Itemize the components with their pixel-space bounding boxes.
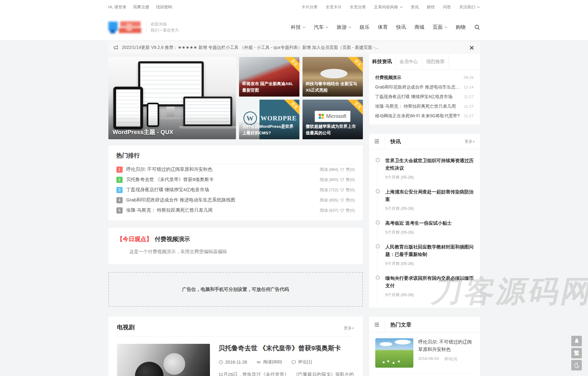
moon-icon — [574, 362, 580, 368]
tab[interactable]: 会员中心 — [396, 54, 422, 69]
tab-article-row[interactable]: 丁磊现身夜店打碟 继续押宝4亿电音市场 11-27 — [375, 92, 474, 102]
featured-card[interactable]: W WORDPRE 置顶 为什么说WordPress是世界上最好的CMS? — [239, 100, 299, 139]
more-link[interactable]: 更多» — [344, 325, 354, 331]
card-title: 即将发布 国产全新奥迪A6L最新官图 — [239, 78, 299, 97]
featured-card[interactable]: 置顶 即将发布 国产全新奥迪A6L最新官图 — [239, 57, 299, 97]
article-item: 贝托鲁奇去世 《末代皇帝》曾获9项奥斯卡 2018-11-26 阅读(800) — [117, 344, 354, 376]
more-link[interactable]: 更多» — [464, 139, 475, 144]
topbar-link-label: 问答 — [443, 4, 451, 10]
article-excerpt: 11月26日，曾执导过《末代皇帝》、《巴黎最后的探戈》等影片的意大利著名导演贝纳… — [219, 370, 354, 376]
chevron-down-icon — [325, 26, 329, 28]
like-count: 赞(0) — [346, 208, 355, 213]
topbar-link[interactable]: 全宽卡片 — [326, 4, 342, 10]
ranking-row[interactable]: 1 呼伦贝尔: 不可错过的辽阔草原和兴安秋色 阅读 (864) 赞(0) — [116, 164, 355, 175]
featured-card[interactable]: Microsoft 置顶 微软超越苹果成为世界上市值最高的公司 — [303, 100, 363, 139]
topbar-link[interactable]: 卡片分类 — [302, 4, 318, 10]
ranking-row[interactable]: 4 Grab和印尼政府达成合作 推进电动车生态系统路线图 阅读 (655) 赞(… — [116, 195, 355, 205]
ad-placeholder[interactable]: 广告位，电脑和手机可分别设置，可放任何广告代码 — [108, 272, 363, 307]
tab-article-row[interactable]: 埃隆·马斯克： 特斯拉距离死亡曾只差几周 11-27 — [375, 102, 474, 111]
article-title[interactable]: 贝托鲁奇去世 《末代皇帝》曾获9项奥斯卡 — [219, 344, 354, 352]
ranking-row[interactable]: 3 丁磊现身夜店打碟 继续押宝4亿电音市场 阅读 (722) 赞(0) — [116, 185, 355, 195]
card-title: 科技与奢华相结合 全新宝马X5正式亮相 — [303, 78, 363, 97]
hamburger-icon[interactable] — [369, 317, 385, 332]
flash-news-item[interactable]: 世界卫生大会就世卫组织可持续筹资通过历史性决议 5个月前 (05-26) — [375, 157, 474, 180]
topbar-link[interactable]: 资讯 — [411, 4, 419, 10]
topbar-link[interactable]: 我要注册 — [133, 4, 149, 10]
tab-article-title: 丁磊现身夜店打碟 继续押宝4亿电音市场 — [375, 94, 460, 100]
nav-item-label: 体育 — [378, 24, 388, 31]
topbar-link-label: 资讯 — [411, 4, 419, 10]
nav-item[interactable]: 商城 — [415, 24, 425, 31]
topbar-link[interactable]: 文章内容风格 — [374, 4, 403, 10]
today-view-title[interactable]: 【今日观点】付费视频演示 — [117, 235, 354, 243]
article-thumbnail[interactable] — [117, 344, 210, 376]
qq-icon — [574, 338, 580, 344]
card-title: 为什么说WordPress是世界上最好的CMS? — [239, 121, 299, 139]
nav-item[interactable]: 快讯 — [396, 24, 406, 31]
article-thumbnail — [375, 338, 413, 368]
ranking-title: 呼伦贝尔: 不可错过的辽阔草原和兴安秋色 — [126, 166, 320, 172]
article-comments: 评论(1) — [291, 359, 312, 365]
qq-contact-button[interactable] — [571, 336, 582, 346]
announcement-text[interactable]: 2022/1/14更新 V9.2.6 推荐：★★★★★ 新增 专题边栏小工具 （… — [122, 45, 468, 50]
nav-item[interactable]: 旅游 — [337, 24, 351, 31]
slider-caption[interactable]: WordPress主题 - QUX — [113, 128, 173, 136]
ranking-meta: 阅读 (655) 赞(0) — [320, 197, 355, 203]
rank-badge: 4 — [116, 197, 123, 203]
featured-cards: 置顶 即将发布 国产全新奥迪A6L最新官图 置顶 科技与奢华相结合 全新宝马X5… — [239, 57, 363, 139]
like-count: 赞(0) — [346, 197, 355, 203]
tab-article-row[interactable]: 付费视频演示 08-25 — [375, 73, 474, 82]
topbar-link[interactable]: Hi, 请登录 — [108, 4, 127, 10]
chevron-down-icon — [348, 26, 351, 28]
hot-article-comments: 评论(3) — [444, 356, 457, 362]
flash-news-time: 5个月前 (05-26) — [385, 230, 474, 235]
site-header: 欢迎光临 我们一直在努力 科技 汽车 旅游 — [0, 14, 588, 41]
ranking-title: 贝托鲁奇去世 《末代皇帝》曾获9项奥斯卡 — [126, 177, 320, 183]
nav-item[interactable]: 购物 — [456, 24, 466, 31]
topbar-link-label: 全宽分类 — [350, 4, 366, 10]
topbar-link[interactable]: 全宽分类 — [350, 4, 366, 10]
tab-article-row[interactable]: Grab和印尼政府达成合作 推进电动车生态系统路线图 12-14 — [375, 82, 474, 92]
nav-item[interactable]: 科技 — [291, 24, 306, 31]
ranking-title: 埃隆·马斯克： 特斯拉距离死亡曾只差几周 — [126, 207, 320, 213]
topbar-link[interactable]: 关注我们 — [459, 4, 480, 10]
topbar-link[interactable]: 找回密码 — [156, 4, 172, 10]
tab-article-date: 11-27 — [464, 95, 473, 99]
tab-article-title: Grab和印尼政府达成合作 推进电动车生态系统路线图 — [375, 84, 460, 90]
nav-item[interactable]: 体育 — [378, 24, 388, 31]
nav-item[interactable]: 汽车 — [314, 24, 329, 31]
ranking-list: 1 呼伦贝尔: 不可错过的辽阔草原和兴安秋色 阅读 (864) 赞(0) 2 贝… — [116, 164, 355, 215]
timeline-dot-icon — [376, 158, 380, 162]
hot-article-item[interactable]: 呼伦贝尔: 不可错过的辽阔草原和兴安秋色 2018-08-03 评论(3) — [375, 333, 474, 374]
nav-item-label: 商城 — [415, 24, 425, 31]
flash-news-box: 快讯 更多» 世界卫生大会就世卫组织可持续筹资通过历史性决议 5个月前 (05-… — [369, 134, 480, 308]
flash-news-item[interactable]: 上海浦东公安分局查处一起妨害传染病防治案 5个月前 (05-26) — [375, 188, 474, 211]
ranking-meta: 阅读 (637) 赞(0) — [320, 208, 355, 213]
tab-article-row[interactable]: 移动网络正在杀死Wi-Fi 未来5G将取代宽带? 11-27 — [375, 111, 474, 121]
flash-news-item[interactable]: 缅甸央行要求该国所有国内交易必须以缅币支付 5个月前 (05-26) — [375, 274, 474, 298]
site-tagline: 欢迎光临 我们一直在努力 — [151, 21, 179, 33]
featured-card[interactable]: 置顶 科技与奢华相结合 全新宝马X5正式亮相 — [303, 57, 363, 97]
hero-slider[interactable]: WordPress主题 - QUX — [108, 57, 236, 139]
close-icon[interactable] — [468, 45, 475, 51]
topbar-link[interactable]: 财经 — [427, 4, 435, 10]
section-title: 热门排行 — [116, 152, 355, 164]
flash-news-item[interactable]: 高考临近 送考生一份应试小贴士 5个月前 (05-26) — [375, 219, 474, 235]
flash-news-item[interactable]: 人民教育出版社回应数学教材封面和插图问题：已着手重新绘制 5个月前 (05-26… — [375, 243, 474, 266]
tab[interactable]: 科技资讯 — [369, 54, 396, 70]
traditional-chinese-toggle[interactable]: 繁 — [571, 348, 582, 358]
ranking-row[interactable]: 5 埃隆·马斯克： 特斯拉距离死亡曾只差几周 阅读 (637) 赞(0) — [116, 205, 355, 215]
search-icon[interactable] — [474, 24, 480, 30]
ranking-meta: 阅读 (800) 赞(0) — [320, 177, 355, 183]
dark-mode-button[interactable] — [571, 360, 582, 370]
nav-item[interactable]: 页面 — [433, 24, 447, 31]
site-logo[interactable] — [108, 20, 143, 34]
tab-article-date: 08-25 — [464, 76, 474, 80]
flash-news-title: 人民教育出版社回应数学教材封面和插图问题：已着手重新绘制 — [385, 243, 474, 258]
ranking-row[interactable]: 2 贝托鲁奇去世 《末代皇帝》曾获9项奥斯卡 阅读 (800) 赞(0) — [116, 175, 355, 185]
topbar-link[interactable]: 问答 — [443, 4, 451, 10]
hot-article-item[interactable]: 拉丁美洲的春季 秘鲁探秘的最佳时节 2018-06-06 评论(3) — [375, 374, 474, 376]
hamburger-icon[interactable] — [369, 134, 385, 149]
nav-item[interactable]: 娱乐 — [360, 24, 370, 31]
tab[interactable]: 强烈推荐 — [422, 54, 449, 69]
